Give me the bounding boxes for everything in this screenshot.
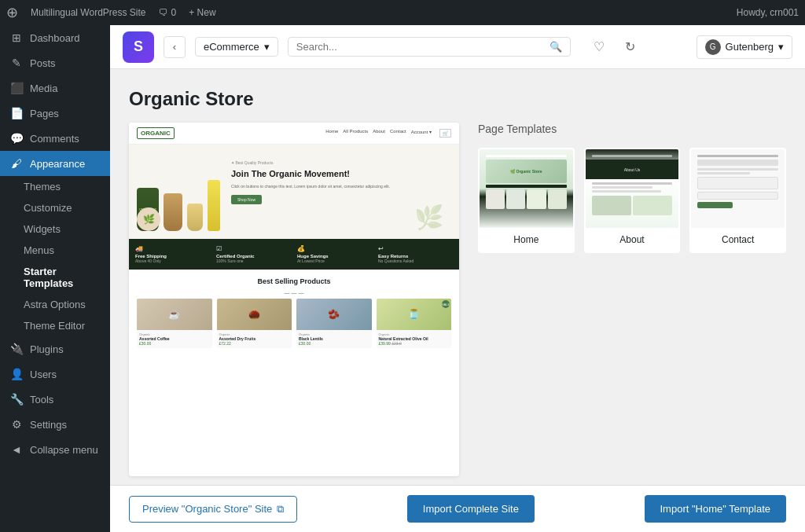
sidebar: ⊞ Dashboard ✎ Posts ⬛ Media 📄 Pages 💬 Co… <box>0 25 110 532</box>
template-about-label: About <box>586 228 679 251</box>
sidebar-subitem-customize[interactable]: Customize <box>0 197 110 218</box>
org-products-title: Best Selling Products <box>137 277 451 285</box>
sidebar-subitem-astra-options[interactable]: Astra Options <box>0 294 110 315</box>
sidebar-item-appearance[interactable]: 🖌 Appearance <box>0 151 110 176</box>
site-name[interactable]: Multilingual WordPress Site <box>31 7 146 18</box>
preview-image: ORGANIC HomeAll ProductsAboutContactAcco… <box>129 123 459 476</box>
org-logo: ORGANIC <box>137 127 175 139</box>
gutenberg-avatar: G <box>705 39 721 55</box>
search-input[interactable] <box>296 41 545 53</box>
collapse-icon: ◄ <box>9 443 24 456</box>
search-icon: 🔍 <box>550 41 562 53</box>
category-dropdown[interactable]: eCommerce ▾ <box>195 37 278 57</box>
favorites-icon[interactable]: ♡ <box>586 35 612 60</box>
tools-icon: 🔧 <box>9 393 24 405</box>
gutenberg-button[interactable]: G Gutenberg ▾ <box>697 35 792 59</box>
sidebar-item-tools[interactable]: 🔧 Tools <box>0 387 110 412</box>
org-products-grid: ☕ Organic Assorted Coffee £30.00 <box>137 299 451 348</box>
howdy-message: Howdy, crn001 <box>737 7 799 18</box>
sidebar-subitem-themes[interactable]: Themes <box>0 176 110 197</box>
sidebar-item-settings[interactable]: ⚙ Settings <box>0 412 110 437</box>
chevron-down-icon: ▾ <box>264 41 270 53</box>
wp-logo-icon[interactable]: ⊕ <box>6 4 18 21</box>
org-hero-title: Join The Organic Movement! <box>231 168 390 179</box>
org-hero-btn: Shop Now <box>231 195 262 204</box>
template-preview-about: About Us <box>586 149 679 228</box>
appearance-icon: 🖌 <box>9 157 24 170</box>
main-layout: ⊞ Dashboard ✎ Posts ⬛ Media 📄 Pages 💬 Co… <box>0 25 805 532</box>
users-icon: 👤 <box>9 368 24 380</box>
search-box: 🔍 <box>288 37 571 57</box>
sidebar-subitem-menus[interactable]: Menus <box>0 240 110 261</box>
plugins-icon: 🔌 <box>9 343 24 355</box>
org-product-3: 🫘 Organic Black Lentils £30.00 <box>296 299 372 348</box>
org-feature-savings: 💰 Huge Savings At Lowest Price <box>297 245 372 263</box>
templates-grid: 🌿 Organic Store <box>478 148 786 253</box>
organic-site-preview: ORGANIC HomeAll ProductsAboutContactAcco… <box>129 123 459 476</box>
sidebar-item-pages[interactable]: 📄 Pages <box>0 101 110 126</box>
content-area: Organic Store ORGANIC HomeAll ProductsAb… <box>110 69 805 485</box>
media-icon: ⬛ <box>9 82 24 94</box>
org-feature-organic: ☑ Certified Organic 100% Sure one <box>216 245 291 263</box>
sidebar-subitem-starter-templates[interactable]: Starter Templates <box>0 261 110 294</box>
comments-icon: 🗨 <box>159 7 168 18</box>
admin-bar: ⊕ Multilingual WordPress Site 🗨 0 + New … <box>0 0 805 25</box>
bottom-bar: Preview "Organic Store" Site ⧉ Import Co… <box>110 485 805 532</box>
template-preview-home: 🌿 Organic Store <box>480 149 573 228</box>
gutenberg-chevron-icon: ▾ <box>778 41 784 53</box>
external-link-icon: ⧉ <box>277 503 284 515</box>
org-hero: VEGGIES 🌿 ✦ B <box>129 145 459 239</box>
import-complete-site-button[interactable]: Import Complete Site <box>407 495 535 523</box>
org-feature-returns: ↩ Easy Returns No Questions Asked <box>378 245 453 263</box>
settings-icon: ⚙ <box>9 418 24 431</box>
org-product-1: ☕ Organic Assorted Coffee £30.00 <box>137 299 212 348</box>
left-arrow-icon: ‹ <box>173 41 176 53</box>
topbar-right: G Gutenberg ▾ <box>697 35 792 59</box>
template-preview-contact <box>691 149 785 228</box>
dashboard-icon: ⊞ <box>9 31 24 44</box>
template-home-label: Home <box>480 228 573 251</box>
preview-card: ORGANIC HomeAll ProductsAboutContactAcco… <box>129 123 459 476</box>
org-product-4: 🫙 SALE Organic Natural Extracted Olive O… <box>377 299 452 348</box>
plugin-logo: S <box>123 31 154 63</box>
sidebar-item-media[interactable]: ⬛ Media <box>0 75 110 101</box>
refresh-icon[interactable]: ↻ <box>618 35 643 60</box>
org-product-2: 🌰 Organic Assorted Dry Fruits £72.22 <box>217 299 292 348</box>
sidebar-item-plugins[interactable]: 🔌 Plugins <box>0 336 110 361</box>
posts-icon: ✎ <box>9 57 24 69</box>
topbar-icons: ♡ ↻ <box>586 35 643 60</box>
sidebar-item-comments[interactable]: 💬 Comments <box>0 126 110 151</box>
template-card-about[interactable]: About Us <box>584 148 681 253</box>
template-contact-label: Contact <box>691 228 785 251</box>
main-content: S ‹ eCommerce ▾ 🔍 ♡ ↻ G Gutenberg <box>110 25 805 532</box>
org-hero-text: ✦ Best Quality Products Join The Organic… <box>226 152 395 231</box>
sidebar-item-dashboard[interactable]: ⊞ Dashboard <box>0 25 110 50</box>
page-title: Organic Store <box>129 88 786 110</box>
sidebar-item-users[interactable]: 👤 Users <box>0 361 110 387</box>
org-hero-products: VEGGIES 🌿 <box>137 152 220 231</box>
right-panel: Page Templates 🌿 Organic Store <box>478 123 786 253</box>
org-feature-shipping: 🚚 Free Shipping Above 40 Only <box>135 245 210 263</box>
org-features: 🚚 Free Shipping Above 40 Only ☑ Certifie… <box>129 239 459 270</box>
preview-site-button[interactable]: Preview "Organic Store" Site ⧉ <box>129 496 297 523</box>
comments-link[interactable]: 🗨 0 <box>159 7 177 18</box>
org-hero-desc: Click on buttons to change this text. Lo… <box>231 184 390 189</box>
back-arrow-button[interactable]: ‹ <box>164 36 186 58</box>
sidebar-item-collapse[interactable]: ◄ Collapse menu <box>0 437 110 462</box>
content-inner: ORGANIC HomeAll ProductsAboutContactAcco… <box>129 123 786 476</box>
org-hero-badge: ✦ Best Quality Products <box>231 160 390 165</box>
pages-icon: 📄 <box>9 107 24 119</box>
org-nav: ORGANIC HomeAll ProductsAboutContactAcco… <box>129 123 459 145</box>
sidebar-subitem-widgets[interactable]: Widgets <box>0 218 110 240</box>
page-templates-label: Page Templates <box>478 123 786 135</box>
sidebar-item-posts[interactable]: ✎ Posts <box>0 50 110 75</box>
org-nav-links: HomeAll ProductsAboutContactAccount ▾ 🛒 <box>325 129 451 138</box>
template-card-contact[interactable]: Contact <box>689 148 786 253</box>
template-card-home[interactable]: 🌿 Organic Store <box>478 148 575 253</box>
sidebar-subitem-theme-editor[interactable]: Theme Editor <box>0 315 110 336</box>
new-content-link[interactable]: + New <box>189 7 215 18</box>
comments-icon: 💬 <box>9 132 24 145</box>
plugin-topbar: S ‹ eCommerce ▾ 🔍 ♡ ↻ G Gutenberg <box>110 25 805 69</box>
org-products-section: Best Selling Products — — — ☕ Organic <box>129 270 459 356</box>
import-home-template-button[interactable]: Import "Home" Template <box>645 495 787 523</box>
